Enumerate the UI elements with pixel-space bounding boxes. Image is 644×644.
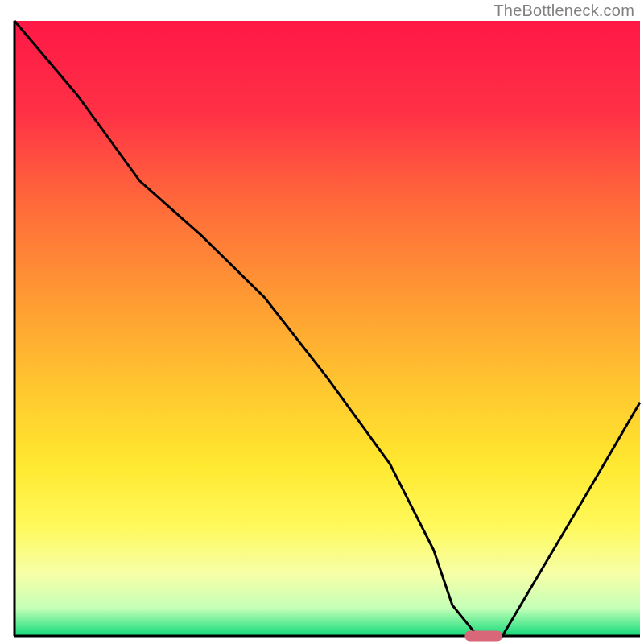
bottleneck-chart: TheBottleneck.com [0, 0, 644, 644]
watermark-label: TheBottleneck.com [493, 2, 634, 20]
optimal-marker [464, 631, 502, 642]
chart-background [14, 21, 640, 636]
chart-svg [0, 0, 644, 644]
